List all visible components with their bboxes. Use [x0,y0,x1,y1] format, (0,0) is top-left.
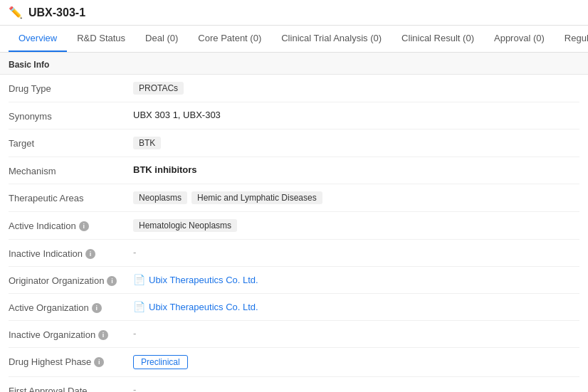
value-active-indication: Hematologic Neoplasms [133,219,579,232]
tab-overview[interactable]: Overview [9,26,67,52]
row-first-approval: First Approval Date- [9,377,579,392]
value-drug-type: PROTACs [133,82,579,95]
row-target: TargetBTK [9,129,579,157]
value-first-approval: - [133,384,579,392]
basic-info-content: Drug TypePROTACsSynonymsUBX 303 1, UBX-3… [0,75,588,392]
value-inactive-indication: - [133,247,579,258]
org-link-active-org[interactable]: 📄Ubix Therapeutics Co. Ltd. [133,301,258,312]
org-link-originator-org[interactable]: 📄Ubix Therapeutics Co. Ltd. [133,274,258,285]
row-active-indication: Active IndicationiHematologic Neoplasms [9,212,579,240]
row-drug-highest-phase: Drug Highest PhaseiPreclinical [9,348,579,377]
value-active-org: 📄Ubix Therapeutics Co. Ltd. [133,301,579,312]
row-originator-org: Originator Organizationi📄Ubix Therapeuti… [9,267,579,294]
edit-icon: ✏️ [9,6,23,19]
label-active-org: Active Organizationi [9,301,133,313]
label-mechanism: Mechanism [9,164,133,176]
row-inactive-indication: Inactive Indicationi- [9,240,579,267]
value-therapeutic-areas: NeoplasmsHemic and Lymphatic Diseases [133,191,579,204]
row-synonyms: SynonymsUBX 303 1, UBX-303 [9,102,579,129]
row-therapeutic-areas: Therapeutic AreasNeoplasmsHemic and Lymp… [9,184,579,212]
row-inactive-org: Inactive Organizationi- [9,321,579,348]
value-target: BTK [133,137,579,149]
info-icon-inactive-org[interactable]: i [98,330,108,340]
label-drug-highest-phase: Drug Highest Phasei [9,355,133,367]
label-originator-org: Originator Organizationi [9,274,133,286]
tab-clinical-result[interactable]: Clinical Result (0) [392,26,484,52]
tab-rd-status[interactable]: R&D Status [67,26,135,52]
header: ✏️ UBX-303-1 [0,0,588,26]
tab-bar: OverviewR&D StatusDeal (0)Core Patent (0… [0,26,588,53]
tab-clinical-trial[interactable]: Clinical Trial Analysis (0) [271,26,392,52]
label-inactive-org: Inactive Organizationi [9,328,133,340]
value-drug-highest-phase: Preclinical [133,355,579,369]
row-drug-type: Drug TypePROTACs [9,75,579,102]
label-target: Target [9,137,133,149]
row-mechanism: MechanismBTK inhibitors [9,157,579,184]
value-synonyms: UBX 303 1, UBX-303 [133,110,579,120]
label-inactive-indication: Inactive Indicationi [9,247,133,259]
org-icon: 📄 [133,274,145,285]
row-active-org: Active Organizationi📄Ubix Therapeutics C… [9,294,579,321]
info-icon-drug-highest-phase[interactable]: i [94,357,104,367]
tab-regulation[interactable]: Regulation (0) [555,26,588,52]
label-synonyms: Synonyms [9,110,133,122]
org-icon: 📄 [133,301,145,312]
tab-core-patent[interactable]: Core Patent (0) [188,26,271,52]
info-icon-originator-org[interactable]: i [107,276,117,286]
section-basic-info: Basic Info [0,53,588,75]
info-icon-inactive-indication[interactable]: i [85,249,95,259]
tab-approval[interactable]: Approval (0) [484,26,555,52]
label-active-indication: Active Indicationi [9,219,133,231]
info-icon-active-indication[interactable]: i [79,221,89,231]
page-title: UBX-303-1 [28,6,85,19]
value-inactive-org: - [133,328,579,339]
label-therapeutic-areas: Therapeutic Areas [9,191,133,203]
value-mechanism: BTK inhibitors [133,164,579,175]
value-originator-org: 📄Ubix Therapeutics Co. Ltd. [133,274,579,285]
tab-deal[interactable]: Deal (0) [135,26,188,52]
label-first-approval: First Approval Date [9,384,133,392]
info-icon-active-org[interactable]: i [92,303,102,313]
label-drug-type: Drug Type [9,82,133,94]
